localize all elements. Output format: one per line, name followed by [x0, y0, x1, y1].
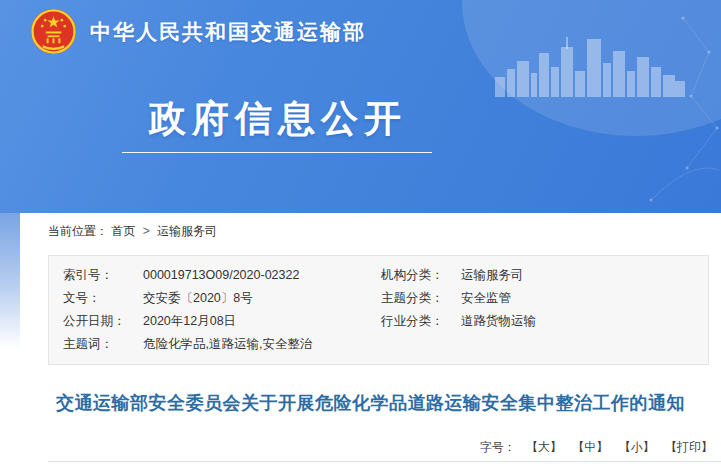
table-row: 公开日期： 2020年12月08日 行业分类： 道路货物运输	[63, 310, 708, 333]
meta-value-topic: 安全监管	[461, 287, 708, 310]
meta-label-index: 索引号：	[63, 264, 143, 287]
article-title: 交通运输部安全委员会关于开展危险化学品道路运输安全集中整治工作的通知	[54, 389, 687, 419]
font-size-medium-button[interactable]: 【中】	[572, 440, 608, 454]
content-panel: 当前位置： 首页 > 运输服务司 索引号： 000019713O09/2020-…	[20, 213, 721, 474]
meta-value-index: 000019713O09/2020-02322	[143, 264, 381, 287]
topbar: 中华人民共和国交通运输部	[30, 8, 366, 55]
meta-label-industry: 行业分类：	[381, 310, 461, 333]
table-row: 文号： 交安委〔2020〕8号 主题分类： 安全监管	[63, 287, 708, 310]
site-name: 中华人民共和国交通运输部	[90, 18, 366, 46]
breadcrumb-home-link[interactable]: 首页	[111, 224, 135, 238]
table-row: 索引号： 000019713O09/2020-02322 机构分类： 运输服务司	[63, 264, 708, 287]
table-row: 主题词： 危险化学品,道路运输,安全整治	[63, 333, 708, 356]
meta-value-date: 2020年12月08日	[143, 310, 381, 333]
meta-label-topic: 主题分类：	[381, 287, 461, 310]
meta-value-org: 运输服务司	[461, 264, 708, 287]
page-title: 政府信息公开	[0, 94, 556, 144]
font-size-large-button[interactable]: 【大】	[526, 440, 562, 454]
font-size-small-button[interactable]: 【小】	[619, 440, 655, 454]
breadcrumb-separator: >	[143, 224, 150, 238]
breadcrumb-label: 当前位置：	[48, 224, 108, 238]
site-header: 中华人民共和国交通运输部 政府信息公开	[0, 0, 721, 213]
breadcrumb: 当前位置： 首页 > 运输服务司	[20, 213, 721, 240]
meta-value-keywords: 危险化学品,道路运输,安全整治	[143, 333, 381, 356]
meta-value-docnum: 交安委〔2020〕8号	[143, 287, 381, 310]
banner-underline	[122, 152, 432, 153]
print-button[interactable]: 【打印】	[665, 440, 713, 454]
meta-label-keywords: 主题词：	[63, 333, 143, 356]
document-meta-table: 索引号： 000019713O09/2020-02322 机构分类： 运输服务司…	[48, 255, 709, 365]
font-size-controls: 字号： 【大】 【中】 【小】 【打印】	[20, 439, 721, 455]
constellation-decoration	[591, 0, 721, 213]
left-gradient-strip	[0, 213, 20, 348]
national-emblem-icon	[30, 8, 77, 55]
meta-label-date: 公开日期：	[63, 310, 143, 333]
meta-label-org: 机构分类：	[381, 264, 461, 287]
breadcrumb-section-link[interactable]: 运输服务司	[157, 224, 217, 238]
font-size-label: 字号：	[480, 440, 516, 454]
meta-value-industry: 道路货物运输	[461, 310, 708, 333]
content-divider	[48, 461, 721, 462]
meta-label-docnum: 文号：	[63, 287, 143, 310]
